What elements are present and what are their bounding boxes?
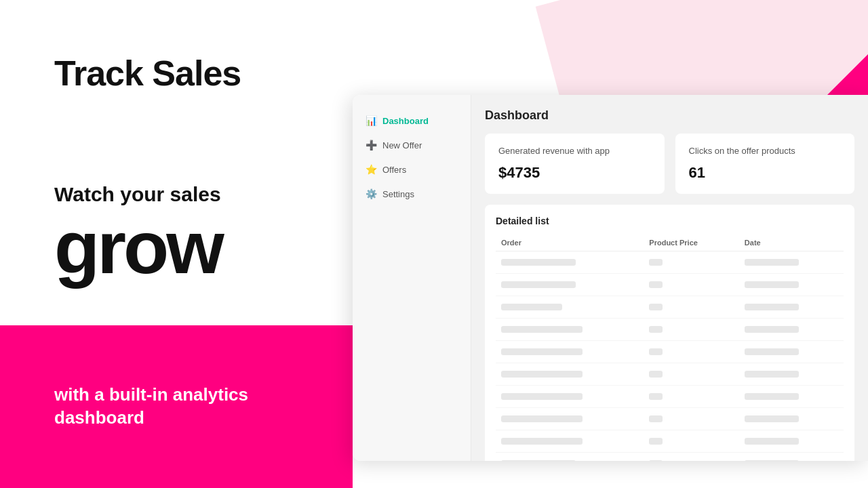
sidebar-label-dashboard: Dashboard [382, 116, 429, 126]
table-row [496, 408, 844, 430]
cell-date [739, 274, 844, 296]
cell-order [496, 430, 644, 453]
cell-price [644, 408, 739, 430]
app-window: 📊 Dashboard ➕ New Offer ⭐ Offers ⚙️ Sett… [353, 95, 868, 461]
cell-order [496, 274, 644, 296]
cell-price [644, 430, 739, 453]
sidebar-label-new-offer: New Offer [382, 140, 422, 150]
dashboard-icon: 📊 [365, 115, 377, 126]
cell-date [739, 408, 844, 430]
cell-price [644, 319, 739, 341]
page-title: Track Sales [54, 53, 241, 94]
cell-price [644, 363, 739, 386]
cell-date [739, 296, 844, 319]
table-row [496, 274, 844, 296]
sidebar-label-offers: Offers [382, 165, 406, 175]
main-content: Dashboard Generated revenue with app $47… [471, 95, 868, 461]
cell-order [496, 453, 644, 462]
bottom-line2: dashboard [54, 407, 144, 428]
stat-card-revenue: Generated revenue with app $4735 [485, 134, 665, 194]
sidebar-item-offers[interactable]: ⭐ Offers [353, 157, 471, 182]
cell-order [496, 341, 644, 363]
stat-label-revenue: Generated revenue with app [498, 146, 651, 156]
sidebar: 📊 Dashboard ➕ New Offer ⭐ Offers ⚙️ Sett… [353, 95, 471, 461]
table-row [496, 296, 844, 319]
cell-date [739, 341, 844, 363]
cell-date [739, 363, 844, 386]
new-offer-icon: ➕ [365, 140, 377, 150]
grow-text: grow [54, 210, 222, 285]
cell-order [496, 386, 644, 408]
table-row [496, 341, 844, 363]
cell-price [644, 453, 739, 462]
sidebar-item-settings[interactable]: ⚙️ Settings [353, 182, 471, 206]
table-row [496, 430, 844, 453]
cell-order [496, 408, 644, 430]
sidebar-label-settings: Settings [382, 189, 414, 199]
cell-order [496, 319, 644, 341]
stat-label-clicks: Clicks on the offer products [689, 146, 842, 156]
table-row [496, 386, 844, 408]
cell-price [644, 251, 739, 274]
bottom-text-container: with a built-in analytics dashboard [0, 325, 353, 488]
cell-price [644, 296, 739, 319]
cell-order [496, 296, 644, 319]
cell-order [496, 251, 644, 274]
offers-icon: ⭐ [365, 164, 377, 175]
col-order: Order [496, 235, 644, 251]
stats-row: Generated revenue with app $4735 Clicks … [485, 134, 854, 194]
table-title: Detailed list [496, 216, 844, 226]
watch-text: Watch your sales [54, 183, 221, 206]
table-row [496, 319, 844, 341]
stat-value-clicks: 61 [689, 164, 842, 182]
cell-price [644, 274, 739, 296]
cell-date [739, 430, 844, 453]
col-price: Product Price [644, 235, 739, 251]
cell-price [644, 386, 739, 408]
data-table: Order Product Price Date [496, 235, 844, 461]
cell-date [739, 251, 844, 274]
stat-value-revenue: $4735 [498, 164, 651, 182]
dashboard-title: Dashboard [485, 108, 854, 123]
cell-date [739, 319, 844, 341]
cell-price [644, 341, 739, 363]
bottom-text: with a built-in analytics dashboard [54, 384, 248, 430]
left-section: Track Sales Watch your sales grow with a… [0, 0, 353, 488]
sidebar-item-dashboard[interactable]: 📊 Dashboard [353, 108, 471, 133]
cell-order [496, 363, 644, 386]
cell-date [739, 386, 844, 408]
table-row [496, 453, 844, 462]
stat-card-clicks: Clicks on the offer products 61 [675, 134, 855, 194]
table-row [496, 251, 844, 274]
cell-date [739, 453, 844, 462]
bottom-line1: with a built-in analytics [54, 384, 248, 405]
table-row [496, 363, 844, 386]
table-section: Detailed list Order Product Price Date ‹… [485, 205, 854, 461]
settings-icon: ⚙️ [365, 188, 377, 199]
col-date: Date [739, 235, 844, 251]
sidebar-item-new-offer[interactable]: ➕ New Offer [353, 133, 471, 157]
